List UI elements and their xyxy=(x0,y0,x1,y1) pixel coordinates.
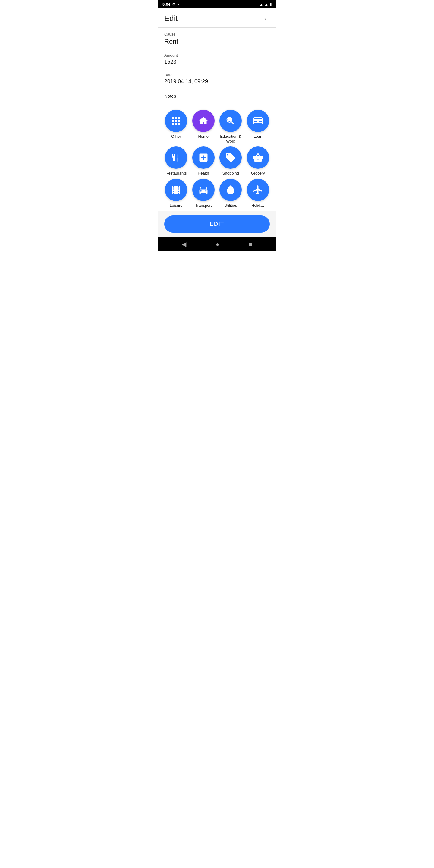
amount-field[interactable]: Amount 1523 xyxy=(164,49,270,68)
status-bar-right: ▲ ▲ ▮ xyxy=(259,2,272,7)
category-leisure-label: Leisure xyxy=(170,203,183,208)
svg-rect-8 xyxy=(178,123,180,125)
nav-home-button[interactable]: ● xyxy=(216,241,219,248)
category-leisure[interactable]: Leisure xyxy=(163,179,189,208)
categories-grid: Other Home Education &Work xyxy=(158,104,276,211)
cause-value: Rent xyxy=(164,38,270,45)
signal-icon: ▲ xyxy=(264,2,268,7)
category-education[interactable]: Education &Work xyxy=(218,110,244,144)
date-value: 2019 04 14, 09:29 xyxy=(164,79,270,85)
category-holiday-icon xyxy=(247,179,269,201)
form-section: Cause Rent Amount 1523 Date 2019 04 14, … xyxy=(158,28,276,88)
sdcard-icon: ▪ xyxy=(178,2,179,7)
svg-rect-7 xyxy=(175,123,178,125)
category-restaurants-label: Restaurants xyxy=(165,171,187,176)
time-display: 9:04 xyxy=(162,2,170,7)
svg-rect-2 xyxy=(178,117,180,119)
category-home-label: Home xyxy=(198,134,209,139)
category-home[interactable]: Home xyxy=(190,110,217,144)
category-loan[interactable]: Loan xyxy=(245,110,271,144)
category-other[interactable]: Other xyxy=(163,110,189,144)
category-other-icon xyxy=(165,110,187,132)
car-icon xyxy=(198,184,209,195)
category-loan-label: Loan xyxy=(253,134,262,139)
category-grocery-label: Grocery xyxy=(251,171,265,176)
category-holiday-label: Holiday xyxy=(251,203,264,208)
grid-icon xyxy=(170,116,181,126)
category-education-icon xyxy=(219,110,242,132)
svg-rect-5 xyxy=(178,120,180,122)
svg-rect-0 xyxy=(172,117,175,119)
notes-section: Notes xyxy=(158,88,276,104)
wifi-icon: ▲ xyxy=(259,2,263,7)
date-label: Date xyxy=(164,73,270,77)
cause-label: Cause xyxy=(164,32,270,36)
back-button[interactable]: ← xyxy=(263,15,270,23)
cart-icon xyxy=(253,152,264,163)
nav-back-button[interactable]: ◀ xyxy=(182,241,186,248)
category-utilities[interactable]: Utilities xyxy=(218,179,244,208)
category-health[interactable]: Health xyxy=(190,147,217,176)
nav-bar: ◀ ● ■ xyxy=(158,238,276,251)
category-transport-label: Transport xyxy=(195,203,212,208)
svg-rect-11 xyxy=(253,119,262,120)
plane-icon xyxy=(253,184,264,195)
amount-label: Amount xyxy=(164,53,270,58)
category-grocery-icon xyxy=(247,147,269,169)
svg-rect-6 xyxy=(172,123,175,125)
status-bar-left: 9:04 ⚙ ▪ xyxy=(162,2,179,7)
svg-rect-12 xyxy=(253,122,262,123)
header: Edit ← xyxy=(158,8,276,28)
category-shopping-icon xyxy=(219,147,242,169)
category-other-label: Other xyxy=(171,134,181,139)
category-utilities-icon xyxy=(219,179,242,201)
nav-recents-button[interactable]: ■ xyxy=(248,241,252,248)
battery-icon: ▮ xyxy=(270,2,272,7)
edit-button-container: EDIT xyxy=(158,211,276,238)
category-loan-icon xyxy=(247,110,269,132)
category-holiday[interactable]: Holiday xyxy=(245,179,271,208)
page-title: Edit xyxy=(164,14,178,23)
category-health-label: Health xyxy=(198,171,209,176)
fork-spoon-icon xyxy=(170,152,181,163)
notes-label: Notes xyxy=(164,93,270,102)
svg-rect-3 xyxy=(172,120,175,122)
cash-icon xyxy=(253,116,264,126)
tag-icon xyxy=(225,152,236,163)
category-education-label: Education &Work xyxy=(220,134,241,144)
category-transport-icon xyxy=(192,179,215,201)
category-transport[interactable]: Transport xyxy=(190,179,217,208)
category-shopping-label: Shopping xyxy=(222,171,239,176)
category-grocery[interactable]: Grocery xyxy=(245,147,271,176)
cause-field[interactable]: Cause Rent xyxy=(164,28,270,49)
edit-button[interactable]: EDIT xyxy=(164,216,270,233)
tools-icon xyxy=(225,116,236,126)
home-icon xyxy=(198,116,209,126)
status-bar: 9:04 ⚙ ▪ ▲ ▲ ▮ xyxy=(158,0,276,8)
amount-value: 1523 xyxy=(164,59,270,65)
drop-icon xyxy=(225,184,236,195)
category-home-icon xyxy=(192,110,215,132)
category-leisure-icon xyxy=(165,179,187,201)
category-utilities-label: Utilities xyxy=(224,203,237,208)
settings-icon: ⚙ xyxy=(172,2,176,7)
svg-point-13 xyxy=(257,120,259,122)
category-health-icon xyxy=(192,147,215,169)
medical-icon xyxy=(198,152,209,163)
category-shopping[interactable]: Shopping xyxy=(218,147,244,176)
category-restaurants-icon xyxy=(165,147,187,169)
svg-rect-1 xyxy=(175,117,178,119)
date-field[interactable]: Date 2019 04 14, 09:29 xyxy=(164,68,270,88)
category-restaurants[interactable]: Restaurants xyxy=(163,147,189,176)
film-icon xyxy=(170,184,181,195)
svg-rect-4 xyxy=(175,120,178,122)
